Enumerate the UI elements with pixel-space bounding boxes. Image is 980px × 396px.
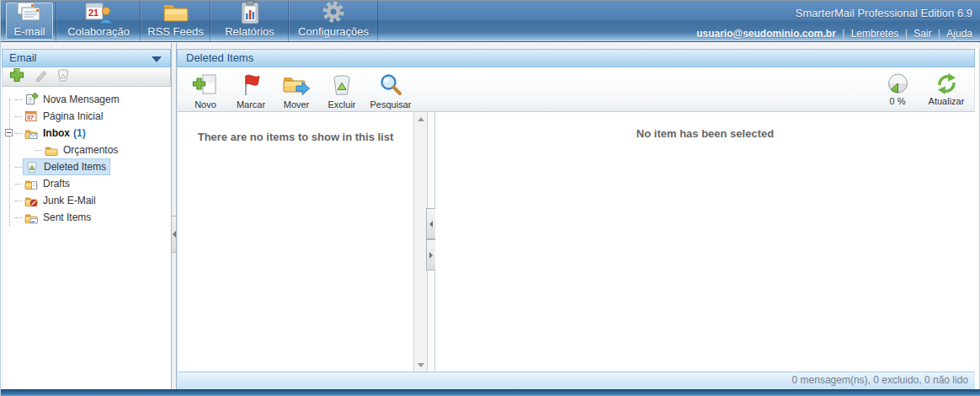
nav-item-label: Colaboração: [67, 25, 130, 39]
main-toolbar: NovoMarcarMoverExcluirPesquisar 0 % Atua…: [177, 68, 975, 112]
status-bar: 0 mensagem(ns), 0 excluido, 0 não lido: [177, 372, 975, 389]
new-message-icon: [24, 93, 40, 106]
tree-item-sent-items[interactable]: Sent Items: [3, 209, 171, 226]
edit-pencil-icon: [33, 67, 48, 86]
nav-item-label: Relatórios: [225, 25, 274, 39]
pesquisar-button[interactable]: Pesquisar: [365, 70, 417, 110]
tree-connector: [15, 184, 22, 185]
tree-item-deleted-items[interactable]: Deleted Items: [3, 158, 171, 175]
delete-trash-icon: [56, 67, 71, 86]
top-nav-bar: E-mail21ColaboraçãoRSS FeedsRelatóriosCo…: [1, 0, 980, 42]
tree-item-label: Sent Items: [43, 211, 91, 223]
folder-icon: [45, 143, 60, 157]
novo-button[interactable]: Novo: [183, 70, 228, 110]
toolbar-buttons: NovoMarcarMoverExcluirPesquisar: [183, 70, 417, 110]
nav-item-rss-feeds[interactable]: RSS Feeds: [141, 1, 210, 41]
scroll-down-icon: [418, 363, 424, 367]
refresh-label: Atualizar: [929, 96, 965, 106]
sidebar-collapse-handle[interactable]: [172, 216, 176, 253]
tree-item-body: 07Página Inicial: [23, 109, 106, 124]
tree-connector: [15, 201, 22, 201]
tree-connector: [15, 133, 22, 134]
refresh-button[interactable]: Atualizar: [922, 72, 971, 106]
sent-folder-icon: [24, 211, 40, 224]
edit-button[interactable]: [33, 67, 48, 86]
nav-item-colabora-o[interactable]: 21Colaboração: [56, 1, 141, 41]
disk-usage-indicator[interactable]: 0 %: [873, 72, 922, 106]
chevron-down-icon[interactable]: [152, 56, 162, 62]
tree-connector: [15, 217, 22, 218]
tree-item-drafts[interactable]: Drafts: [3, 175, 171, 192]
nav-item-configura-es[interactable]: Configurações: [289, 1, 378, 41]
account-link-lembretes[interactable]: Lembretes: [851, 28, 899, 40]
disk-usage-label: 0 %: [890, 96, 906, 106]
reports-icon: [236, 0, 264, 25]
scroll-up-button[interactable]: [414, 112, 427, 126]
tree-item-label: Junk E-Mail: [43, 195, 96, 206]
sidebar-splitter[interactable]: [171, 43, 177, 389]
tree-item-body: Junk E-Mail: [23, 193, 99, 208]
excluir-button[interactable]: Excluir: [319, 70, 365, 110]
home-calendar-icon: 07: [24, 110, 40, 123]
bottom-border-strip: [1, 389, 980, 396]
email-icon: [16, 0, 43, 25]
toolbar-button-label: Pesquisar: [370, 99, 412, 110]
svg-text:07: 07: [27, 115, 34, 120]
content-header: Deleted Items: [177, 49, 975, 67]
sidebar-toolbar: [2, 67, 171, 87]
nav-item-label: E-mail: [14, 25, 45, 39]
account-line: usuario@seudominio.com.br | Lembretes | …: [696, 28, 972, 40]
separator: |: [932, 28, 947, 40]
gap-strip: [1, 43, 980, 49]
tree-item-p-gina-inicial[interactable]: 07Página Inicial: [3, 108, 171, 125]
mover-button[interactable]: Mover: [274, 70, 319, 110]
tree-connector: [35, 150, 42, 151]
tree-item-label: Deleted Items: [44, 161, 106, 173]
toolbar-button-label: Marcar: [237, 99, 265, 110]
nav-item-relat-rios[interactable]: Relatórios: [210, 1, 289, 41]
content-area: There are no items to show in this list …: [177, 112, 975, 372]
account-link-ajuda[interactable]: Ajuda: [946, 28, 972, 40]
tree-item-or-amentos[interactable]: Orçamentos: [3, 142, 171, 158]
marcar-button[interactable]: Marcar: [228, 70, 274, 110]
tree-item-body: Nova Mensagem: [23, 92, 123, 107]
refresh-icon: [935, 72, 958, 95]
tree-connector: [15, 116, 22, 117]
tree-item-label: Página Inicial: [43, 110, 103, 122]
tree-item-body: Drafts: [23, 176, 73, 191]
tree-item-inbox[interactable]: Inbox(1): [3, 125, 171, 142]
nav-item-label: Configurações: [298, 25, 369, 39]
add-button[interactable]: [8, 67, 25, 87]
tree-item-body: Orçamentos: [43, 142, 121, 158]
scroll-down-button[interactable]: [414, 358, 427, 372]
preview-empty-message: No item has been selected: [435, 127, 975, 140]
add-icon: [8, 67, 25, 87]
collapse-left-icon: [429, 221, 433, 227]
toolbar-button-label: Novo: [194, 99, 216, 110]
tree-connector: [15, 167, 22, 168]
list-scrollbar[interactable]: [413, 112, 427, 372]
sidebar-header-email[interactable]: Email: [2, 49, 171, 67]
tree-item-junk-e-mail[interactable]: Junk E-Mail: [3, 192, 171, 209]
nav-item-e-mail[interactable]: E-mail: [3, 1, 56, 41]
account-link-sair[interactable]: Sair: [913, 28, 931, 40]
delete-button[interactable]: [56, 67, 71, 86]
pane-splitter[interactable]: [427, 112, 435, 372]
nav-items: E-mail21ColaboraçãoRSS FeedsRelatóriosCo…: [3, 1, 378, 41]
tree-item-body: Inbox(1): [23, 126, 89, 141]
sidebar-header-label: Email: [9, 51, 37, 64]
tree-item-nova-mensagem[interactable]: Nova Mensagem: [3, 91, 171, 108]
tree-item-label: Orçamentos: [63, 144, 118, 156]
search-icon: [377, 72, 404, 99]
tree-item-body: Sent Items: [23, 210, 94, 225]
rss-feeds-icon: [162, 0, 190, 25]
deleted-items-icon: [25, 160, 40, 174]
account-email[interactable]: usuario@seudominio.com.br: [696, 28, 836, 40]
unread-count: (1): [73, 127, 86, 139]
flag-icon: [237, 72, 264, 99]
drafts-folder-icon: [24, 177, 40, 190]
tree-expander-minus-icon[interactable]: [5, 129, 13, 136]
collapse-left-icon: [173, 231, 176, 238]
toolbar-button-label: Excluir: [328, 99, 355, 110]
message-list-pane: There are no items to show in this list: [177, 112, 427, 372]
